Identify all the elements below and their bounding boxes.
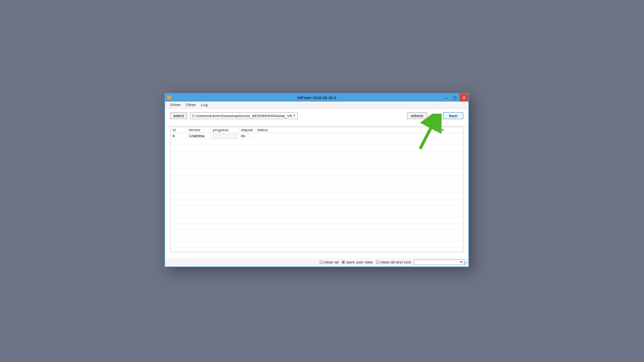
radio-clean-all[interactable]: clean all	[319, 260, 339, 264]
close-button[interactable]: ✕	[459, 94, 468, 102]
device-table: id device progress elapse status result …	[170, 127, 463, 252]
radio-save-user-data[interactable]: save user data	[342, 260, 372, 264]
resize-grip-icon[interactable]	[464, 262, 468, 266]
minimize-button[interactable]: —	[441, 94, 450, 102]
header-progress[interactable]: progress	[211, 128, 239, 132]
header-id[interactable]: id	[171, 128, 187, 132]
radio-clean-all-and-lock-label: clean all and lock	[380, 260, 411, 264]
toolbar: select refresh flash	[165, 109, 468, 123]
radio-dot	[319, 260, 323, 264]
table-header: id device progress elapse status result	[171, 127, 463, 133]
select-button[interactable]: select	[170, 112, 187, 119]
table-row[interactable]: 6 12a09ba 0s	[171, 133, 463, 139]
statusbar: clean all save user data clean all and l…	[165, 258, 468, 265]
header-status[interactable]: status	[255, 128, 432, 132]
cell-progress	[211, 134, 239, 138]
flash-button[interactable]: flash	[443, 112, 463, 119]
menu-driver[interactable]: Driver	[170, 103, 181, 107]
radio-save-user-data-label: save user data	[346, 260, 372, 264]
header-device[interactable]: device	[187, 128, 211, 132]
menu-other[interactable]: Other	[186, 103, 196, 107]
rom-path-input[interactable]	[190, 112, 298, 119]
radio-clean-all-label: clean all	[324, 260, 339, 264]
table-empty-rows	[171, 139, 463, 248]
script-combo[interactable]	[414, 259, 464, 265]
header-result[interactable]: result	[432, 128, 463, 132]
maximize-button[interactable]: ▢	[450, 94, 459, 102]
menu-log[interactable]: Log	[201, 103, 207, 107]
cell-elapse: 0s	[239, 134, 255, 138]
titlebar[interactable]: MiFlash 2016.08.30.0 — ▢ ✕	[165, 94, 468, 102]
window-controls: — ▢ ✕	[441, 94, 468, 102]
radio-dot	[376, 260, 379, 264]
menubar: Driver Other Log	[165, 102, 468, 109]
radio-clean-all-and-lock[interactable]: clean all and lock	[376, 260, 411, 264]
app-window: MiFlash 2016.08.30.0 — ▢ ✕ Driver Other …	[165, 93, 469, 267]
cell-id: 6	[171, 134, 187, 138]
refresh-button[interactable]: refresh	[407, 112, 427, 119]
cell-device: 12a09ba	[187, 134, 211, 138]
header-elapse[interactable]: elapse	[239, 128, 255, 132]
progress-bar	[213, 134, 237, 138]
radio-dot	[342, 260, 345, 264]
window-title: MiFlash 2016.08.30.0	[165, 96, 468, 100]
toolbar-divider	[165, 123, 468, 127]
